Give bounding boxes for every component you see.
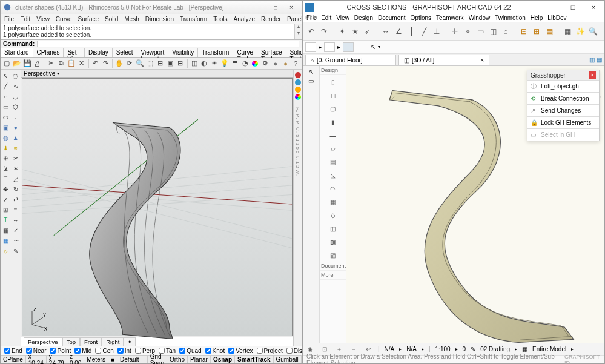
none[interactable]: 0: [463, 346, 466, 352]
sub-3[interactable]: [343, 42, 354, 52]
guide-v-icon[interactable]: ┃: [405, 25, 417, 38]
chamfer-icon[interactable]: ◿: [11, 174, 21, 184]
align-icon[interactable]: ≡: [11, 205, 21, 215]
chk-end[interactable]: End: [4, 348, 22, 354]
print-icon[interactable]: 🖨: [33, 59, 42, 68]
light2-icon[interactable]: ☼: [1, 247, 11, 256]
tab-surfacetools[interactable]: Surface Tools: [257, 48, 286, 57]
save-icon[interactable]: 💾: [22, 59, 32, 68]
menu-teamwork[interactable]: Teamwork: [436, 15, 464, 21]
circle-icon[interactable]: ○: [1, 92, 11, 102]
measure-icon[interactable]: ↔: [380, 25, 392, 38]
move-icon[interactable]: ✥: [1, 185, 11, 194]
door-icon[interactable]: ◻: [326, 90, 340, 101]
chk-cen[interactable]: Cen: [95, 348, 113, 354]
tab-curvetools[interactable]: Curve Tools: [233, 48, 257, 57]
menu-design[interactable]: Design: [354, 15, 373, 21]
status-gridsnap[interactable]: Grid Snap: [148, 356, 167, 363]
scroll-up-icon[interactable]: ▴: [295, 24, 302, 30]
ellipse-icon[interactable]: ⬭: [1, 113, 11, 122]
status-units[interactable]: Meters: [84, 356, 108, 363]
tab-close-icon[interactable]: ×: [480, 57, 484, 64]
join-icon[interactable]: ⊻: [1, 164, 11, 174]
status-osnap[interactable]: Osnap: [211, 356, 235, 363]
perp-icon[interactable]: ⊥: [431, 25, 443, 38]
redo-icon[interactable]: ↷: [101, 59, 110, 68]
section-icon[interactable]: ⊞: [531, 25, 543, 38]
zoom-extents-icon[interactable]: ⊞: [156, 59, 165, 68]
wall-tool-icon[interactable]: ◫: [487, 25, 499, 38]
slab-icon[interactable]: ▱: [326, 143, 340, 154]
dropdown-icon[interactable]: ▾: [378, 44, 380, 50]
dot-orange-icon[interactable]: [295, 87, 301, 93]
rect-tool-icon[interactable]: ▭: [474, 25, 486, 38]
angle-icon[interactable]: ∠: [392, 25, 405, 38]
wall-icon[interactable]: ▯: [326, 76, 340, 87]
minimize-button[interactable]: —: [252, 2, 268, 13]
command-input[interactable]: [37, 41, 299, 47]
brand[interactable]: GRAPHISOFT ID: [564, 354, 601, 365]
explode-icon[interactable]: ✶: [11, 164, 21, 174]
curtain-icon[interactable]: ▦: [326, 196, 340, 207]
menu-transform[interactable]: Transform: [180, 16, 207, 22]
chk-int[interactable]: Int: [117, 348, 131, 354]
menu-analyze[interactable]: Analyze: [234, 16, 256, 22]
sphere2-icon[interactable]: ●: [281, 59, 291, 68]
paste-icon[interactable]: 📋: [67, 59, 76, 68]
menu-view[interactable]: View: [336, 15, 349, 21]
menu-mesh[interactable]: Mesh: [124, 16, 139, 22]
polygon-icon[interactable]: ⬡: [11, 102, 21, 112]
minimize-button[interactable]: —: [544, 2, 561, 13]
menu-view[interactable]: View: [36, 16, 50, 22]
props-icon[interactable]: ◔: [240, 59, 250, 68]
status-planar[interactable]: Planar: [188, 356, 211, 363]
lasso-icon[interactable]: ◌: [11, 71, 21, 81]
gh-item-lock[interactable]: 🔒 Lock GH Elements: [527, 116, 599, 128]
rect-icon[interactable]: ▭: [1, 102, 11, 112]
tab-vplayout[interactable]: Viewport Layout: [137, 48, 169, 57]
model-combo[interactable]: Entire Model: [532, 346, 566, 352]
magic-icon[interactable]: ✨: [574, 25, 586, 38]
filter-icon[interactable]: ▦: [522, 346, 527, 352]
viewport-name[interactable]: Perspective: [24, 70, 55, 77]
analyze-icon[interactable]: ✓: [11, 226, 21, 236]
viewport-dropdown-icon[interactable]: ▾: [57, 71, 59, 76]
dim-icon[interactable]: ↔: [11, 216, 21, 225]
side-more[interactable]: More: [320, 271, 346, 280]
log-scrollbar[interactable]: ▴ ▾: [294, 24, 302, 39]
shade-icon[interactable]: ◐: [199, 59, 209, 68]
rhino-viewport[interactable]: z x y: [22, 78, 293, 336]
grid-snap-icon[interactable]: ✛: [449, 25, 461, 38]
boolean-icon[interactable]: ⊕: [1, 154, 11, 164]
curve-icon[interactable]: ∿: [11, 82, 21, 91]
cyl-icon[interactable]: ◍: [1, 133, 11, 143]
close-button[interactable]: ×: [585, 2, 602, 13]
close-button[interactable]: ×: [283, 2, 299, 13]
material-icon[interactable]: [250, 59, 260, 68]
dot-wheel-icon[interactable]: [295, 94, 301, 100]
menu-help[interactable]: Help: [531, 15, 543, 21]
stair-icon[interactable]: ▤: [326, 156, 340, 167]
undo-icon[interactable]: ↶: [305, 25, 317, 38]
sub-arrow2-icon[interactable]: ▸: [337, 44, 340, 50]
gh-item-break[interactable]: ⟲ Break Connection: [527, 92, 599, 104]
tab-3d-all[interactable]: ◫ [3D / All] ×: [398, 55, 489, 65]
house-icon[interactable]: ⌂: [500, 25, 512, 38]
polyline-icon[interactable]: ╱: [1, 82, 11, 91]
status-layer[interactable]: Default: [117, 356, 142, 363]
cut-icon[interactable]: ✂: [46, 59, 56, 68]
menu-libdev[interactable]: LibDev: [547, 15, 566, 21]
cursor-icon[interactable]: ↖: [371, 44, 375, 50]
extrude-icon[interactable]: ⬍: [1, 144, 11, 153]
tab-transform[interactable]: Transform: [198, 48, 233, 57]
scroll-down-icon[interactable]: ▾: [295, 30, 302, 37]
maximize-button[interactable]: □: [268, 2, 283, 13]
misc-icon[interactable]: ✎: [11, 247, 21, 256]
menu-curve[interactable]: Curve: [56, 16, 72, 22]
tab-cplanes[interactable]: CPlanes: [33, 48, 64, 57]
delete-icon[interactable]: ✕: [77, 59, 87, 68]
menu-edit[interactable]: Edit: [20, 16, 30, 22]
cone-icon[interactable]: ▲: [11, 133, 21, 143]
rotate-icon[interactable]: ⟳: [125, 59, 134, 68]
status-cplane[interactable]: CPlane: [1, 356, 26, 363]
